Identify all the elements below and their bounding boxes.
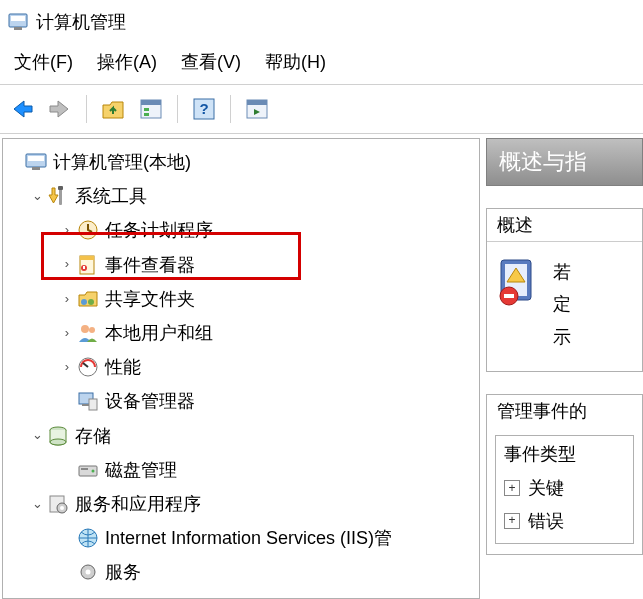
help-button[interactable]: ?: [190, 95, 218, 123]
toolbar-separator: [177, 95, 178, 123]
svg-rect-20: [83, 266, 85, 269]
toolbar: ?: [0, 85, 643, 134]
menu-file[interactable]: 文件(F): [14, 50, 73, 74]
tree-disk-management[interactable]: › 磁盘管理: [3, 453, 479, 487]
panel-header-text: 概述与指: [499, 149, 587, 174]
menu-help[interactable]: 帮助(H): [265, 50, 326, 74]
svg-point-23: [81, 325, 89, 333]
tree-label: 系统工具: [75, 179, 147, 213]
performance-icon: [77, 356, 99, 378]
svg-point-36: [60, 506, 64, 510]
svg-point-32: [92, 469, 95, 472]
tree-device-manager[interactable]: › 设备管理器: [3, 384, 479, 418]
services-apps-icon: [47, 493, 69, 515]
event-book-icon: [495, 256, 543, 308]
up-folder-button[interactable]: [99, 95, 127, 123]
show-pane-button[interactable]: [243, 95, 271, 123]
nav-tree: ▶ 计算机管理(本地) ⌄ 系统工具 › 任务计划程序 › 事件查看器: [3, 139, 479, 589]
tree-label: Internet Information Services (IIS)管: [105, 521, 392, 555]
expand-icon[interactable]: +: [504, 513, 520, 529]
expand-icon[interactable]: +: [504, 480, 520, 496]
right-panel: 概述与指 概述 若 定 示 管理事件的 事件类型 + 关键: [486, 138, 643, 599]
overview-title: 概述: [487, 209, 642, 242]
svg-rect-43: [504, 294, 514, 298]
svg-point-22: [88, 299, 94, 305]
svg-rect-10: [247, 100, 267, 105]
svg-rect-28: [89, 399, 97, 410]
tree-services[interactable]: › 服务: [3, 555, 479, 589]
tree-local-users[interactable]: › 本地用户和组: [3, 316, 479, 350]
tree-services-apps[interactable]: ⌄ 服务和应用程序: [3, 487, 479, 521]
tree-task-scheduler[interactable]: › 任务计划程序: [3, 213, 479, 247]
clock-icon: [77, 219, 99, 241]
tree-label: 计算机管理(本地): [53, 145, 191, 179]
expander-icon[interactable]: ›: [59, 252, 75, 277]
tools-icon: [47, 185, 69, 207]
panel-header: 概述与指: [486, 138, 643, 186]
toolbar-separator: [86, 95, 87, 123]
svg-point-21: [81, 299, 87, 305]
expander-icon[interactable]: ⌄: [29, 184, 45, 209]
window-title: 计算机管理: [36, 10, 126, 34]
tree-storage[interactable]: ⌄ 存储: [3, 419, 479, 453]
svg-point-39: [86, 570, 91, 575]
overview-text: 若 定 示: [553, 256, 571, 353]
svg-text:?: ?: [199, 100, 208, 117]
svg-rect-15: [58, 186, 63, 190]
svg-point-30: [50, 439, 66, 445]
manage-events-title: 管理事件的: [487, 395, 642, 427]
svg-rect-12: [28, 156, 44, 161]
tree-label: 共享文件夹: [105, 282, 195, 316]
expander-icon[interactable]: ›: [59, 355, 75, 380]
tree-label: 磁盘管理: [105, 453, 177, 487]
properties-button[interactable]: [137, 95, 165, 123]
tree-performance[interactable]: › 性能: [3, 350, 479, 384]
storage-icon: [47, 425, 69, 447]
gear-icon: [77, 561, 99, 583]
expander-icon[interactable]: ⌄: [29, 423, 45, 448]
tree-label: 性能: [105, 350, 141, 384]
computer-icon: [25, 151, 47, 173]
expander-icon[interactable]: ›: [59, 218, 75, 243]
event-type-critical[interactable]: + 关键: [504, 472, 625, 504]
tree-label: 设备管理器: [105, 384, 195, 418]
expander-icon[interactable]: ›: [59, 321, 75, 346]
shared-folder-icon: [77, 288, 99, 310]
tree-label: 服务: [105, 555, 141, 589]
event-log-icon: [77, 254, 99, 276]
svg-rect-6: [144, 113, 149, 116]
users-icon: [77, 322, 99, 344]
app-icon: [8, 12, 28, 32]
event-type-error[interactable]: + 错误: [504, 505, 625, 537]
back-button[interactable]: [8, 95, 36, 123]
toolbar-separator: [230, 95, 231, 123]
svg-point-24: [89, 327, 95, 333]
event-type-label: 关键: [528, 472, 564, 504]
tree-shared-folders[interactable]: › 共享文件夹: [3, 282, 479, 316]
tree-event-viewer[interactable]: › 事件查看器: [3, 248, 479, 282]
disk-icon: [77, 459, 99, 481]
menu-bar: 文件(F) 操作(A) 查看(V) 帮助(H): [0, 44, 643, 85]
body-area: ▶ 计算机管理(本地) ⌄ 系统工具 › 任务计划程序 › 事件查看器: [0, 134, 643, 599]
svg-rect-5: [144, 108, 149, 111]
tree-root[interactable]: ▶ 计算机管理(本地): [3, 145, 479, 179]
tree-label: 本地用户和组: [105, 316, 213, 350]
menu-view[interactable]: 查看(V): [181, 50, 241, 74]
event-type-label: 错误: [528, 505, 564, 537]
tree-system-tools[interactable]: ⌄ 系统工具: [3, 179, 479, 213]
expander-icon[interactable]: ›: [59, 287, 75, 312]
expander-icon[interactable]: ⌄: [29, 492, 45, 517]
svg-rect-18: [80, 256, 94, 260]
tree-label: 服务和应用程序: [75, 487, 201, 521]
svg-rect-1: [11, 16, 25, 21]
event-types-box: 事件类型 + 关键 + 错误: [495, 435, 634, 544]
svg-rect-4: [141, 100, 161, 105]
iis-icon: [77, 527, 99, 549]
forward-button[interactable]: [46, 95, 74, 123]
tree-panel: ▶ 计算机管理(本地) ⌄ 系统工具 › 任务计划程序 › 事件查看器: [2, 138, 480, 599]
device-icon: [77, 390, 99, 412]
tree-iis[interactable]: › Internet Information Services (IIS)管: [3, 521, 479, 555]
svg-rect-2: [14, 27, 22, 30]
svg-rect-33: [81, 468, 88, 470]
menu-action[interactable]: 操作(A): [97, 50, 157, 74]
